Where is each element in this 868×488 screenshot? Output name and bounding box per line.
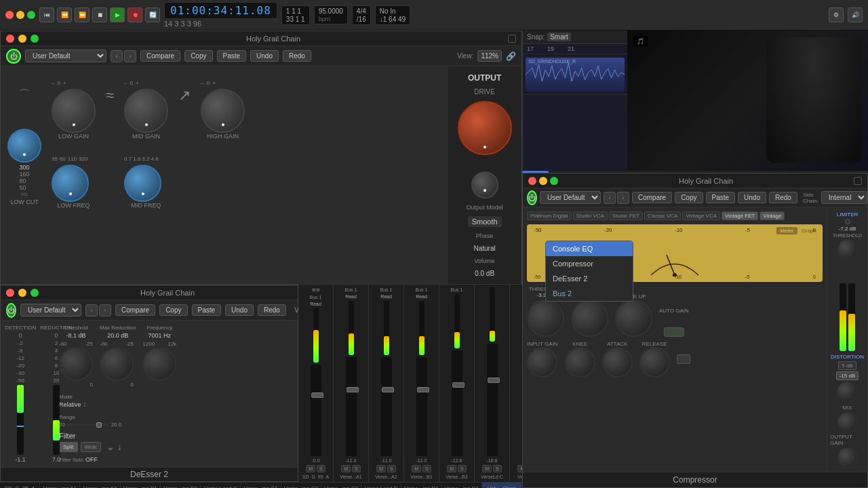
low-freq-knob[interactable]: [52, 165, 89, 202]
settings-btn[interactable]: ⚙: [829, 7, 844, 22]
deesser-copy-btn[interactable]: Copy: [159, 304, 187, 316]
ch5-solo-btn[interactable]: S: [458, 465, 467, 472]
eq-redo-btn[interactable]: Redo: [283, 50, 311, 62]
deesser-power-btn[interactable]: ⏻: [6, 303, 16, 318]
style-vintage-vca[interactable]: Vintage VCA: [682, 211, 720, 220]
style-platinum[interactable]: Platinum Digital: [527, 211, 572, 220]
threshold-knob[interactable]: [59, 347, 93, 381]
deesser-next-btn[interactable]: ›: [99, 304, 111, 317]
context-item-console-eq[interactable]: Console EQ: [546, 241, 633, 256]
low-gain-knob[interactable]: [52, 89, 96, 133]
wide-btn[interactable]: Wide: [81, 442, 101, 452]
ch4-solo-btn[interactable]: S: [422, 465, 431, 472]
rewind-btn[interactable]: ⏮: [39, 7, 54, 22]
play-btn[interactable]: ▶: [110, 7, 125, 22]
style-studio-vca[interactable]: Studio VCA: [573, 211, 608, 220]
style-vintage[interactable]: Vintage: [760, 211, 785, 220]
ch2-mute-btn[interactable]: M: [341, 465, 351, 472]
ch4-fader[interactable]: [416, 357, 427, 456]
ch6-solo-btn[interactable]: S: [493, 465, 502, 472]
mid-gain-knob[interactable]: [124, 89, 168, 133]
frequency-knob[interactable]: [142, 347, 176, 381]
distortion-value-1[interactable]: 5 dB: [838, 361, 856, 370]
deesser-compare-btn[interactable]: Compare: [115, 304, 155, 316]
makeup-knob[interactable]: [615, 300, 652, 337]
record-btn[interactable]: ⏺: [127, 7, 142, 22]
ch2-solo-btn[interactable]: S: [352, 465, 361, 472]
comp-copy-btn[interactable]: Copy: [675, 192, 703, 203]
maximize-btn[interactable]: [27, 11, 35, 19]
threshold-knob[interactable]: [527, 300, 564, 337]
eq-compare-btn[interactable]: Compare: [140, 50, 180, 62]
deesser-max-btn[interactable]: [31, 289, 39, 297]
ch2-fader-knob[interactable]: [347, 387, 359, 392]
distortion-value-2[interactable]: -15 dB: [836, 371, 859, 380]
comp-compare-btn[interactable]: Compare: [632, 192, 672, 203]
comp-next-btn[interactable]: ›: [617, 192, 629, 204]
deesser-prev-btn[interactable]: ‹: [85, 304, 98, 317]
comp-max-btn[interactable]: [550, 177, 558, 185]
input-gain-knob[interactable]: [527, 347, 557, 378]
knee-knob[interactable]: [565, 347, 595, 378]
minimize-btn[interactable]: [16, 11, 24, 19]
comp-undo-btn[interactable]: Undo: [738, 192, 766, 203]
fast-back-btn[interactable]: ⏪: [57, 7, 72, 22]
max-reduction-knob[interactable]: [100, 347, 134, 381]
deesser-min-btn[interactable]: [18, 289, 26, 297]
ch1-fader[interactable]: [311, 365, 321, 456]
mid-freq-knob[interactable]: [124, 165, 161, 202]
ch4-mute-btn[interactable]: M: [412, 465, 421, 472]
graph-tab[interactable]: Graph: [798, 227, 820, 235]
style-classic-vca[interactable]: Classic VCA: [644, 211, 681, 220]
eq-prev-btn[interactable]: ‹: [111, 50, 123, 62]
ch5-mute-btn[interactable]: M: [447, 465, 456, 472]
distortion-knob[interactable]: [837, 382, 857, 402]
low-cut-knob[interactable]: [7, 129, 41, 163]
ch6-mute-btn[interactable]: M: [482, 465, 492, 472]
comp-close-btn[interactable]: [528, 177, 536, 185]
style-vintage-fet[interactable]: Vintage FET: [722, 211, 758, 220]
deesser-paste-btn[interactable]: Paste: [192, 304, 222, 316]
auto-gain-toggle[interactable]: [664, 327, 684, 337]
context-item-compressor[interactable]: Compressor: [546, 256, 633, 271]
ch3-mute-btn[interactable]: M: [376, 465, 386, 472]
stop-btn[interactable]: ⏹: [92, 7, 107, 22]
ch6-fader-knob[interactable]: [488, 378, 500, 383]
fast-fwd-btn[interactable]: ⏩: [75, 7, 90, 22]
ch1-fader-knob[interactable]: [311, 392, 323, 398]
ratio-knob[interactable]: [571, 300, 608, 337]
style-studio-fet[interactable]: Studio FET: [609, 211, 643, 220]
ch4-fader-knob[interactable]: [417, 387, 429, 392]
ch3-fader[interactable]: [381, 357, 392, 456]
context-item-bus2[interactable]: Bus 2: [546, 286, 633, 301]
ch5-fader[interactable]: [452, 350, 462, 456]
eq-min-btn[interactable]: [18, 35, 26, 43]
close-btn[interactable]: [5, 11, 14, 19]
eq-next-btn[interactable]: ›: [124, 50, 136, 62]
mix-knob[interactable]: [837, 412, 858, 432]
ch1-mute-btn[interactable]: M: [306, 465, 315, 472]
output-small-knob[interactable]: [471, 171, 498, 199]
ch1-solo-btn[interactable]: S: [317, 465, 326, 472]
eq-copy-btn[interactable]: Copy: [184, 50, 212, 62]
link-icon[interactable]: 🔗: [506, 52, 516, 61]
loop-btn[interactable]: 🔄: [145, 7, 160, 22]
ch5-fader-knob[interactable]: [452, 382, 465, 388]
eq-undo-btn[interactable]: Undo: [250, 50, 279, 62]
release-knob[interactable]: [639, 347, 670, 378]
ch6-fader[interactable]: [487, 344, 498, 456]
output-gain-knob[interactable]: [837, 447, 858, 468]
drive-knob[interactable]: [458, 101, 512, 155]
deesser-close-btn[interactable]: [6, 289, 14, 297]
deesser-redo-btn[interactable]: Redo: [258, 304, 286, 316]
comp-redo-btn[interactable]: Redo: [769, 192, 797, 203]
high-gain-knob[interactable]: [201, 89, 245, 133]
meter-tab[interactable]: Meter: [776, 227, 797, 235]
eq-max-btn[interactable]: [31, 35, 39, 43]
ch2-fader[interactable]: [346, 357, 357, 456]
deesser-undo-btn[interactable]: Undo: [225, 304, 254, 316]
limiter-threshold-knob[interactable]: [837, 239, 858, 260]
eq-paste-btn[interactable]: Paste: [217, 50, 247, 62]
mode-value[interactable]: Relative: [59, 401, 81, 408]
comp-prev-btn[interactable]: ‹: [604, 192, 616, 204]
